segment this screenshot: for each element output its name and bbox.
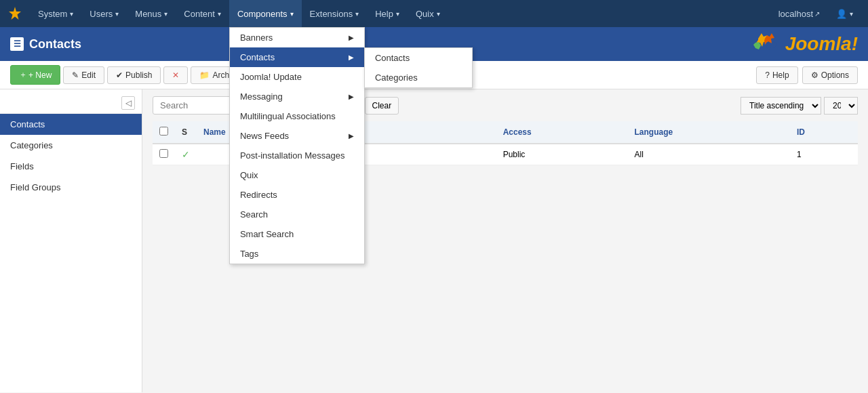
- sort-access-link[interactable]: Access: [503, 127, 532, 137]
- page-title: Contacts: [29, 37, 81, 51]
- sort-name-link[interactable]: Name: [203, 127, 226, 137]
- caret-icon: ▾: [70, 10, 73, 18]
- caret-icon: ▾: [850, 10, 853, 18]
- per-page-select[interactable]: 20: [824, 97, 858, 115]
- nav-link-components[interactable]: Components ▾: [229, 0, 302, 27]
- sidebar-item-field-groups[interactable]: Field Groups: [0, 177, 142, 198]
- navbar-brand: [7, 5, 23, 22]
- col-header-access[interactable]: Access: [496, 121, 628, 144]
- dropdown-quix[interactable]: Quix: [230, 165, 364, 185]
- joomla-nav-icon: [7, 5, 23, 22]
- caret-icon: ▾: [290, 10, 294, 18]
- nav-link-menus[interactable]: Menus ▾: [127, 0, 176, 27]
- sort-language-link[interactable]: Language: [635, 127, 673, 137]
- row-access: Public: [496, 144, 628, 165]
- edit-button[interactable]: ✎ Edit: [63, 66, 104, 84]
- row-id: 1: [790, 144, 858, 165]
- dropdown-banners[interactable]: Banners ▶: [230, 28, 364, 47]
- sort-controls: Title ascending 20: [741, 97, 858, 115]
- col-header-status: S: [175, 121, 197, 144]
- help-button[interactable]: ? Help: [756, 66, 797, 84]
- submenu-arrow-icon: ▶: [349, 132, 354, 140]
- sidebar-collapse-btn[interactable]: ◁: [0, 93, 142, 114]
- content-area: ◁ Contacts Categories Fields Field Group…: [0, 89, 868, 392]
- dropdown-messaging[interactable]: Messaging ▶: [230, 87, 364, 106]
- nav-item-content[interactable]: Content ▾: [176, 0, 229, 27]
- nav-item-components[interactable]: Components ▾ Banners ▶ Contacts ▶ Contac…: [229, 0, 302, 27]
- sidebar-item-categories[interactable]: Categories: [0, 135, 142, 156]
- plus-icon: ＋: [19, 69, 27, 81]
- contacts-submenu: Contacts Categories: [364, 47, 473, 88]
- select-all-checkbox[interactable]: [159, 127, 168, 136]
- joomla-logo-star-icon: [751, 30, 785, 58]
- row-check[interactable]: [153, 144, 175, 165]
- dropdown-joomla-update[interactable]: Joomla! Update: [230, 67, 364, 87]
- nav-link-extensions[interactable]: Extensions ▾: [302, 0, 368, 27]
- nav-item-help[interactable]: Help ▾: [367, 0, 408, 27]
- sort-select[interactable]: Title ascending: [741, 97, 821, 115]
- dropdown-tags[interactable]: Tags: [230, 244, 364, 264]
- sidebar-item-fields[interactable]: Fields: [0, 156, 142, 177]
- user-menu[interactable]: 👤 ▾: [828, 0, 861, 27]
- navbar: System ▾ Users ▾ Menus ▾ Content ▾ Compo: [0, 0, 868, 27]
- row-status: ✓: [175, 144, 197, 165]
- navbar-right: localhost ↗ 👤 ▾: [770, 0, 861, 27]
- submenu-contacts[interactable]: Contacts: [365, 48, 472, 68]
- submenu-arrow-icon: ▶: [349, 34, 354, 41]
- caret-icon: ▾: [218, 10, 221, 18]
- publish-button[interactable]: ✔ Publish: [107, 66, 161, 84]
- caret-icon: ▾: [437, 10, 440, 18]
- nav-item-users[interactable]: Users ▾: [81, 0, 127, 27]
- nav-item-system[interactable]: System ▾: [30, 0, 81, 27]
- nav-link-users[interactable]: Users ▾: [81, 0, 127, 27]
- col-header-language[interactable]: Language: [628, 121, 791, 144]
- dropdown-redirects[interactable]: Redirects: [230, 185, 364, 205]
- sort-id-link[interactable]: ID: [797, 127, 805, 137]
- dropdown-contacts[interactable]: Contacts ▶ Contacts Categories: [230, 47, 364, 67]
- nav-item-menus[interactable]: Menus ▾: [127, 0, 176, 27]
- toolbar-right: ? Help ⚙ Options: [756, 66, 858, 84]
- joomla-logo-text: Joomla!: [785, 33, 858, 55]
- nav-item-extensions[interactable]: Extensions ▾: [302, 0, 368, 27]
- dropdown-smart-search[interactable]: Smart Search: [230, 224, 364, 244]
- dropdown-news-feeds[interactable]: News Feeds ▶: [230, 126, 364, 146]
- dropdown-multilingual[interactable]: Multilingual Associations: [230, 106, 364, 126]
- user-icon: 👤: [836, 9, 847, 19]
- new-button[interactable]: ＋ + New: [10, 65, 60, 85]
- collapse-icon[interactable]: ◁: [121, 96, 135, 110]
- svg-marker-0: [9, 7, 21, 20]
- dropdown-search[interactable]: Search: [230, 205, 364, 224]
- check-icon: ✔: [116, 70, 123, 80]
- components-dropdown: Banners ▶ Contacts ▶ Contacts Categories: [229, 27, 365, 264]
- page-title-bar: ☰ Contacts: [10, 37, 81, 51]
- row-language: All: [628, 144, 791, 165]
- sidebar: ◁ Contacts Categories Fields Field Group…: [0, 89, 142, 392]
- nav-link-system[interactable]: System ▾: [30, 0, 81, 27]
- hostname-link[interactable]: localhost ↗: [770, 0, 828, 27]
- archive-icon: 📁: [199, 70, 210, 80]
- sidebar-item-contacts[interactable]: Contacts: [0, 114, 142, 135]
- submenu-categories[interactable]: Categories: [365, 68, 472, 87]
- caret-icon: ▾: [164, 10, 167, 18]
- col-header-check: [153, 121, 175, 144]
- submenu-arrow-icon: ▶: [349, 93, 354, 100]
- help-icon: ?: [765, 70, 770, 80]
- status-icon: ✓: [182, 149, 190, 160]
- caret-icon: ▾: [396, 10, 399, 18]
- external-link-icon: ↗: [814, 10, 820, 18]
- caret-icon: ▾: [355, 10, 359, 18]
- clear-button[interactable]: Clear: [365, 97, 399, 115]
- nav-link-quix[interactable]: Quix ▾: [408, 0, 448, 27]
- x-icon: ✕: [172, 70, 179, 80]
- col-header-id[interactable]: ID: [790, 121, 858, 144]
- nav-link-content[interactable]: Content ▾: [176, 0, 229, 27]
- options-button[interactable]: ⚙ Options: [802, 66, 858, 84]
- joomla-logo: Joomla!: [751, 30, 858, 58]
- dropdown-post-install[interactable]: Post-installation Messages: [230, 146, 364, 165]
- nav-item-quix[interactable]: Quix ▾: [408, 0, 448, 27]
- unpublish-button[interactable]: ✕: [163, 66, 188, 84]
- row-checkbox[interactable]: [159, 149, 168, 158]
- nav-link-help[interactable]: Help ▾: [367, 0, 408, 27]
- nav-menu: System ▾ Users ▾ Menus ▾ Content ▾ Compo: [30, 0, 770, 27]
- edit-icon: ✎: [72, 70, 79, 80]
